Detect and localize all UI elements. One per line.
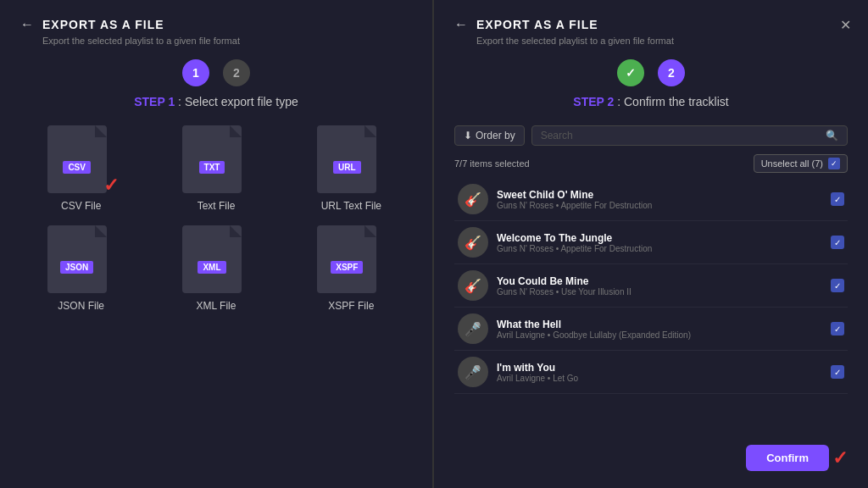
track-checkbox[interactable]: ✓ [831,322,844,336]
close-button[interactable]: ✕ [840,17,851,33]
left-step-label: STEP 1 : Select export file type [20,95,412,108]
selected-count-label: 7/7 items selected [454,158,530,169]
track-list: 🎸 Sweet Child O' Mine Guns N' Roses • Ap… [454,178,848,438]
csv-file-icon: CSV [47,125,107,193]
right-steps-row: ✓ 2 [454,59,848,86]
track-checkbox[interactable]: ✓ [831,365,844,379]
track-avatar: 🎸 [458,270,488,301]
xspf-file-name: XSPF File [328,300,374,312]
xspf-label: XSPF [331,261,363,274]
track-info: Sweet Child O' Mine Guns N' Roses • Appe… [497,189,822,210]
json-icon-wrap: JSON [47,225,115,293]
file-item-url[interactable]: URL URL Text File [291,125,412,212]
url-label: URL [333,161,361,174]
json-file-name: JSON File [58,300,104,312]
file-item-txt[interactable]: TXT Text File [155,125,276,212]
json-label: JSON [60,261,93,274]
url-file-icon: URL [317,125,376,193]
order-by-button[interactable]: ⬇ Order by [454,125,525,146]
txt-icon-wrap: TXT [182,125,250,193]
track-info: I'm with You Avril Lavigne • Let Go [497,362,822,383]
track-item: 🎤 What the Hell Avril Lavigne • Goodbye … [454,308,848,351]
track-avatar: 🎸 [458,184,488,214]
file-type-grid: CSV ✓ CSV File TXT Text File URL URL Tex… [20,125,412,471]
step-1-circle: 1 [182,59,209,86]
step-2-circle: 2 [223,59,250,86]
search-box[interactable]: Search 🔍 [531,125,848,146]
url-file-name: URL Text File [321,200,381,212]
xml-icon-wrap: XML [182,225,250,293]
track-info: What the Hell Avril Lavigne • Goodbye Lu… [497,319,822,340]
unselect-all-button[interactable]: Unselect all (7) ✓ [754,154,848,173]
track-checkbox[interactable]: ✓ [831,192,844,206]
track-subtitle: Guns N' Roses • Appetite For Destruction [497,201,822,210]
right-back-arrow-icon[interactable]: ← [454,17,468,32]
right-step-label-text: : Confirm the tracklist [614,95,728,108]
file-item-json[interactable]: JSON JSON File [20,225,142,312]
track-checkbox[interactable]: ✓ [831,279,844,292]
csv-icon-wrap: CSV ✓ [47,125,115,193]
right-panel: ← EXPORT AS A FILE ✕ Export the selected… [434,0,868,488]
track-subtitle: Guns N' Roses • Appetite For Destruction [497,244,822,253]
track-avatar: 🎤 [458,357,488,387]
left-panel-subtitle: Export the selected playlist to a given … [42,36,412,46]
right-step-label-prefix: STEP 2 [573,95,614,108]
xspf-file-icon: XSPF [317,225,376,293]
txt-file-icon: TXT [182,125,242,193]
track-checkbox[interactable]: ✓ [831,236,844,249]
selected-count-row: 7/7 items selected Unselect all (7) ✓ [454,154,848,173]
csv-check-badge: ✓ [103,175,119,197]
unselect-all-label: Unselect all (7) [761,158,823,169]
search-icon: 🔍 [826,130,838,141]
file-item-xml[interactable]: XML XML File [155,225,276,312]
track-info: Welcome To The Jungle Guns N' Roses • Ap… [497,232,822,253]
right-panel-subtitle: Export the selected playlist to a given … [476,36,848,46]
confirm-row: Confirm ✓ [454,438,848,471]
search-placeholder: Search [541,130,573,141]
track-title: Sweet Child O' Mine [497,189,822,201]
track-item: 🎸 Welcome To The Jungle Guns N' Roses • … [454,221,848,264]
search-row: ⬇ Order by Search 🔍 [454,125,848,146]
right-step-1-circle: ✓ [617,59,644,86]
right-header: ← EXPORT AS A FILE [454,17,848,32]
track-item: 🎸 You Could Be Mine Guns N' Roses • Use … [454,264,848,308]
file-item-csv[interactable]: CSV ✓ CSV File [20,125,142,212]
track-info: You Could Be Mine Guns N' Roses • Use Yo… [497,275,822,297]
xml-file-name: XML File [197,300,236,312]
right-step-2-circle: 2 [658,59,685,86]
track-title: I'm with You [497,362,822,374]
step-label-prefix: STEP 1 [134,95,175,108]
track-title: What the Hell [497,319,822,330]
csv-label: CSV [63,161,91,174]
file-item-xspf[interactable]: XSPF XSPF File [291,225,412,312]
track-subtitle: Guns N' Roses • Use Your Illusion II [497,287,822,297]
back-arrow-icon[interactable]: ← [20,17,34,32]
csv-file-name: CSV File [61,200,101,212]
xml-label: XML [198,261,225,274]
confirm-check-badge: ✓ [832,447,848,469]
step-label-text: : Select export file type [175,95,298,108]
track-subtitle: Avril Lavigne • Goodbye Lullaby (Expande… [497,330,822,340]
right-panel-title: EXPORT AS A FILE [476,18,598,31]
left-header: ← EXPORT AS A FILE [20,17,412,32]
unselect-all-checkbox: ✓ [828,158,840,169]
track-title: Welcome To The Jungle [497,232,822,244]
txt-file-name: Text File [198,200,236,212]
json-file-icon: JSON [47,225,107,293]
track-subtitle: Avril Lavigne • Let Go [497,374,822,383]
xspf-icon-wrap: XSPF [317,225,385,293]
track-item: 🎸 Sweet Child O' Mine Guns N' Roses • Ap… [454,178,848,221]
txt-label: TXT [199,161,225,174]
track-avatar: 🎤 [458,313,488,344]
track-title: You Could Be Mine [497,275,822,287]
left-panel: ← EXPORT AS A FILE Export the selected p… [0,0,434,488]
confirm-button[interactable]: Confirm [746,445,829,471]
left-steps-row: 1 2 [20,59,412,86]
track-item: 🎤 I'm with You Avril Lavigne • Let Go ✓ [454,351,848,394]
url-icon-wrap: URL [317,125,385,193]
right-step-label: STEP 2 : Confirm the tracklist [454,95,848,108]
xml-file-icon: XML [182,225,242,293]
order-by-icon: ⬇ [464,130,472,141]
order-by-label: Order by [476,130,515,141]
track-avatar: 🎸 [458,227,488,258]
